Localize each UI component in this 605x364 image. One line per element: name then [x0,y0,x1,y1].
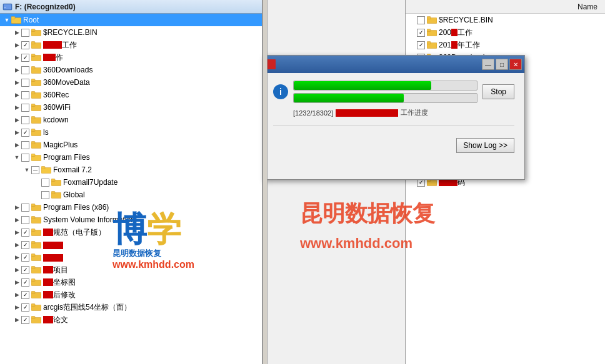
expand-arrow[interactable] [12,66,21,74]
tree-item-r5[interactable]: ✓ 坐标图 [0,276,262,288]
tree-item-label: 坐标图 [43,277,76,288]
folder-icon [31,28,41,37]
drive-icon [2,2,12,12]
expand-arrow[interactable] [12,253,21,262]
expand-arrow[interactable] [12,303,21,312]
progress-status: 工作进度 [401,108,428,117]
expand-arrow[interactable] [12,265,21,274]
tree-item-foxmail[interactable]: ─ Foxmail 7.2 [0,164,262,176]
tree-item-label: Foxmail7Update [63,178,118,187]
show-log-button[interactable]: Show Log >> [456,138,514,153]
expand-arrow[interactable] [12,103,21,112]
folder-icon [31,290,41,299]
tree-item-root[interactable]: Root [0,14,262,26]
folder-icon [31,153,41,162]
progress-dialog: — □ ✕ i Stop [1232/18302] [262,55,525,180]
tree-item-r8[interactable]: ✓ 论文 [0,313,262,326]
svg-rect-49 [31,292,35,294]
expand-arrow[interactable] [12,228,21,237]
tree-item-label: 作 [43,52,63,63]
tree-item-arcgis[interactable]: ✓ arcgis范围线54坐标（面） [0,301,262,313]
tree-item-r2[interactable]: ✓ [0,239,262,251]
right-item-label: 201年工作 [439,40,480,51]
svg-rect-2 [4,7,6,8]
tree-item-360wifi[interactable]: 360WiFi [0,101,262,114]
tree-item-r6[interactable]: ✓ 后修改 [0,288,262,301]
folder-icon [427,28,437,37]
expand-arrow[interactable] [12,28,21,37]
right-item-200[interactable]: ✓ 200工作 [406,26,605,39]
expand-arrow [32,178,41,187]
stop-button[interactable]: Stop [482,84,514,99]
tree-item-360move[interactable]: 360MoveData [0,76,262,89]
progress-text-row: [1232/18302] 工作进度 [273,108,514,117]
tree-item-global[interactable]: Global [0,189,262,201]
tree-item-kcdown[interactable]: kcdown [0,114,262,126]
left-tree-container[interactable]: Root $RECYCLE.BIN ✓ [0,14,262,364]
expand-arrow[interactable] [12,215,21,224]
tree-item-label: Program Files (x86) [43,203,109,212]
expand-arrow[interactable] [12,290,21,299]
tree-item-label: 论文 [43,315,68,325]
folder-icon [31,103,41,112]
svg-rect-33 [51,192,55,194]
info-icon: i [273,84,288,99]
tree-item-360rec[interactable]: 360Rec [0,89,262,101]
svg-rect-19 [31,104,35,107]
tree-item-label: 项目 [43,265,68,275]
folder-icon [31,315,41,324]
close-dialog-button[interactable]: ✕ [509,59,522,70]
expand-arrow[interactable] [12,153,21,162]
svg-rect-59 [427,42,431,44]
expand-arrow[interactable] [12,41,21,49]
tree-item-recycle[interactable]: $RECYCLE.BIN [0,26,262,39]
expand-arrow[interactable] [12,116,21,124]
tree-item-360dl[interactable]: 360Downloads [0,64,262,76]
progress-path-redacted [336,109,398,117]
tree-item-redacted2[interactable]: ✓ 作 [0,51,262,64]
expand-arrow[interactable] [12,128,21,137]
tree-item-label: arcgis范围线54坐标（面） [43,302,131,313]
expand-arrow[interactable] [12,91,21,99]
folder-icon [31,278,41,287]
svg-rect-35 [31,204,35,207]
maximize-button[interactable]: □ [496,59,508,70]
expand-arrow[interactable] [12,53,21,62]
expand-arrow[interactable] [12,203,21,212]
svg-rect-45 [31,267,35,269]
folder-icon [51,178,61,187]
tree-item-r3[interactable]: ✓ [0,251,262,263]
svg-rect-41 [31,242,35,244]
expand-arrow[interactable] [12,278,21,287]
folder-icon [31,265,41,274]
expand-arrow[interactable] [12,140,21,149]
tree-item-ls[interactable]: ✓ ls [0,126,262,139]
right-panel-header: Name [406,0,605,14]
expand-arrow[interactable] [22,165,31,174]
tree-item-redacted1[interactable]: ✓ 工作 [0,39,262,51]
tree-item-programfiles[interactable]: Program Files [0,151,262,164]
expand-arrow[interactable] [12,240,21,249]
folder-icon [31,228,41,237]
tree-item-magicplus[interactable]: MagicPlus [0,139,262,151]
tree-item-programfilesx86[interactable]: Program Files (x86) [0,201,262,214]
tree-item-guifan[interactable]: ✓ 规范（电子版） [0,226,262,239]
tree-item-foxmail7upd[interactable]: Foxmail7Update [0,176,262,189]
dialog-body: i Stop [1232/18302] 工作进度 [263,73,524,135]
right-item-recycle[interactable]: $RECYCLE.BIN [406,14,605,26]
tree-item-r4[interactable]: ✓ 项目 [0,263,262,276]
tree-item-label: 工作 [43,40,77,51]
minimize-button[interactable]: — [482,59,494,70]
expand-arrow[interactable] [12,315,21,324]
tree-item-sysvolume[interactable]: System Volume Information [0,214,262,226]
dialog-title-left [266,59,278,69]
progress-bars-column [293,81,478,103]
right-item-201[interactable]: ✓ 201年工作 [406,39,605,51]
watermark-url-right: www.kmhdd.com [300,235,412,251]
progress-bar-fill-2 [294,94,404,102]
expand-arrow[interactable] [2,16,11,24]
svg-rect-27 [31,154,35,157]
expand-arrow[interactable] [12,78,21,87]
folder-icon [11,16,21,24]
expand-arrow [32,190,41,199]
